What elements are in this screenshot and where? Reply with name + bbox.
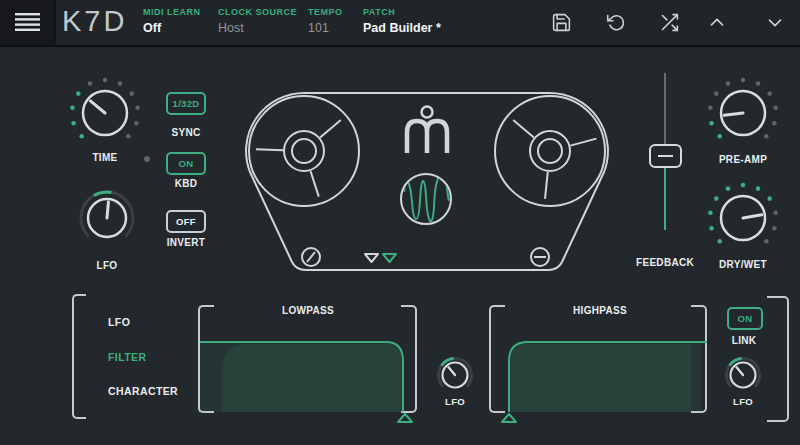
invert-label: INVERT (156, 237, 216, 248)
midi-learn-label: MIDI LEARN (143, 7, 201, 17)
feedback-track-upper (664, 73, 666, 145)
tape-head-marker-active-icon (383, 254, 396, 262)
app-title: K7D (62, 5, 127, 38)
left-reel (249, 96, 359, 206)
time-label: TIME (75, 152, 135, 163)
undo-button[interactable] (606, 12, 627, 37)
patch-param[interactable]: PATCH Pad Builder * (363, 7, 441, 35)
highpass-lfo-label: LFO (713, 396, 773, 407)
preamp-knob[interactable] (705, 75, 781, 151)
undo-icon (606, 12, 627, 33)
tab-filter[interactable]: FILTER (108, 351, 146, 363)
right-reel (495, 96, 605, 206)
plugin-window: K7D MIDI LEARN Off CLOCK SOURCE Host TEM… (0, 0, 800, 445)
chevron-down-icon (764, 13, 786, 32)
tempo-value[interactable]: 101 (308, 21, 343, 35)
highpass-lfo-knob[interactable] (721, 353, 765, 397)
patch-value[interactable]: Pad Builder * (363, 21, 441, 35)
shuffle-icon (659, 12, 680, 33)
lowpass-lfo-label: LFO (425, 396, 485, 407)
feedback-label: FEEDBACK (625, 257, 705, 268)
top-bar: K7D MIDI LEARN Off CLOCK SOURCE Host TEM… (0, 0, 800, 47)
main-menu-button[interactable] (0, 0, 56, 45)
time-lfo-label: LFO (77, 260, 137, 271)
highpass-filter-display[interactable] (495, 330, 707, 426)
drywet-label: DRY/WET (703, 259, 783, 270)
right-roller-icon (531, 248, 549, 266)
sync-label: SYNC (156, 127, 216, 138)
tape-outline (246, 93, 608, 270)
save-button[interactable] (551, 12, 572, 37)
tabs-bracket (72, 294, 86, 419)
link-label: LINK (714, 335, 774, 346)
feedback-track-lower (664, 168, 666, 230)
lowpass-lfo-knob[interactable] (433, 353, 477, 397)
feedback-slider[interactable] (640, 68, 690, 238)
tempo-label: TEMPO (308, 7, 343, 17)
preamp-label: PRE-AMP (703, 154, 783, 165)
time-lfo-knob[interactable] (77, 188, 137, 248)
next-patch-button[interactable] (764, 13, 786, 36)
invert-toggle-button[interactable]: OFF (166, 210, 206, 233)
section-bracket-right (767, 296, 789, 422)
kbd-label: KBD (156, 178, 216, 189)
tempo-param[interactable]: TEMPO 101 (308, 7, 343, 35)
feedback-handle[interactable] (649, 144, 682, 168)
midi-learn-param[interactable]: MIDI LEARN Off (143, 7, 201, 35)
tab-character[interactable]: CHARACTER (108, 385, 178, 397)
chevron-up-icon (706, 13, 728, 32)
waveform-display (401, 174, 451, 224)
lowpass-title: LOWPASS (248, 305, 368, 316)
highpass-title: HIGHPASS (540, 305, 660, 316)
hamburger-icon (14, 12, 41, 33)
tab-lfo[interactable]: LFO (108, 316, 130, 328)
kbd-toggle-button[interactable]: ON (166, 152, 206, 175)
tape-head-marker-icon (365, 254, 378, 262)
brand-logo-icon (407, 107, 447, 154)
patch-label: PATCH (363, 7, 441, 17)
lowpass-cutoff-handle (398, 414, 412, 422)
clock-source-param[interactable]: CLOCK SOURCE Host (218, 7, 297, 35)
link-toggle-button[interactable]: ON (727, 307, 763, 330)
tape-deck-graphic (228, 72, 628, 277)
lowpass-filter-display[interactable] (200, 330, 415, 426)
drywet-knob[interactable] (705, 180, 781, 256)
sync-toggle-button[interactable]: 1/32D (166, 92, 206, 115)
clock-source-value[interactable]: Host (218, 21, 297, 35)
clock-source-label: CLOCK SOURCE (218, 7, 297, 17)
highpass-cutoff-handle (502, 414, 516, 422)
prev-patch-button[interactable] (706, 13, 728, 36)
randomize-button[interactable] (659, 12, 680, 37)
time-knob[interactable] (67, 75, 143, 151)
midi-learn-value[interactable]: Off (143, 21, 201, 35)
feedback-handle-bar (658, 155, 673, 158)
time-mod-dot (144, 156, 150, 162)
left-roller-icon (302, 248, 320, 266)
save-icon (551, 12, 572, 33)
